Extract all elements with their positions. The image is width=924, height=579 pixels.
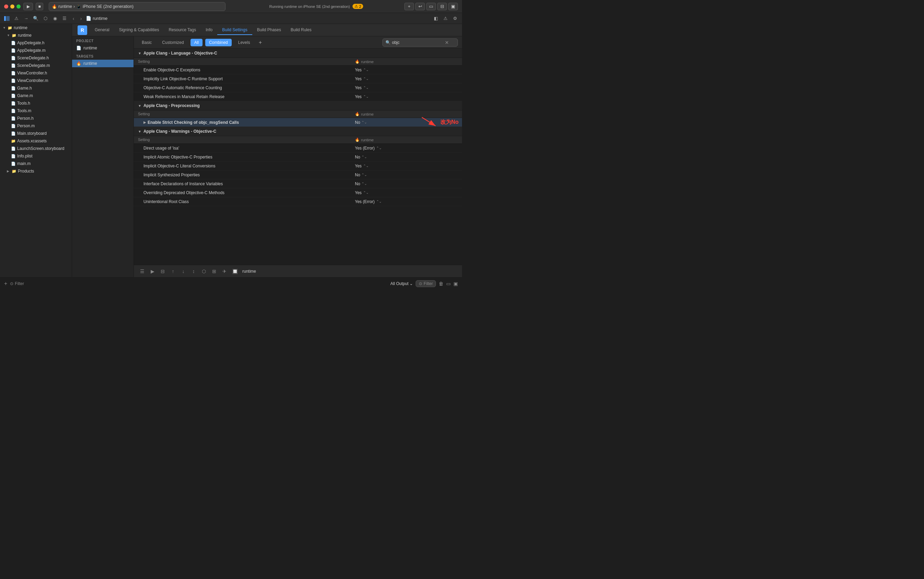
- section-header-language[interactable]: ▼ Apple Clang - Language - Objective-C: [134, 49, 462, 58]
- sidebar-scenedelegate-h[interactable]: 📄 SceneDelegate.h: [0, 54, 72, 62]
- bottom-icon-3[interactable]: ⊟: [159, 267, 167, 275]
- disclosure-icon: ▶: [7, 169, 10, 173]
- stepper-icon[interactable]: ⌃⌄: [361, 120, 367, 124]
- sidebar-item-label: AppDelegate.m: [17, 48, 46, 53]
- stepper-icon[interactable]: ⌃⌄: [363, 164, 369, 168]
- sidebar-viewcontroller-h[interactable]: 📄 ViewController.h: [0, 69, 72, 77]
- sidebar-main-m[interactable]: 📄 main.m: [0, 160, 72, 167]
- issues-icon[interactable]: ⚠: [12, 15, 21, 23]
- stepper-icon[interactable]: ⌃⌄: [363, 95, 369, 98]
- stepper-icon[interactable]: ⌃⌄: [363, 77, 369, 80]
- col-setting-label: Setting: [138, 112, 355, 116]
- sidebar-person-h[interactable]: 📄 Person.h: [0, 114, 72, 122]
- sidebar-scenedelegate-m[interactable]: 📄 SceneDelegate.m: [0, 62, 72, 69]
- levels-filter-btn[interactable]: Levels: [234, 39, 254, 46]
- tab-build-phases[interactable]: Build Phases: [252, 25, 286, 35]
- target-item-runtime[interactable]: 🔥 runtime: [72, 60, 134, 67]
- section-header-warnings[interactable]: ▼ Apple Clang - Warnings - Objective-C: [134, 127, 462, 136]
- warning-badge[interactable]: ⚠ 2: [352, 4, 363, 9]
- sidebar-tools-h[interactable]: 📄 Tools.h: [0, 100, 72, 107]
- sidebar-assets[interactable]: 📁 Assets.xcassets: [0, 137, 72, 145]
- search-input[interactable]: [392, 40, 444, 45]
- close-button[interactable]: [4, 5, 8, 8]
- sidebar-viewcontroller-m[interactable]: 📄 ViewController.m: [0, 77, 72, 84]
- sidebar-root-runtime[interactable]: ▼ 📁 runtime: [0, 24, 72, 31]
- stepper-icon[interactable]: ⌃⌄: [361, 182, 367, 186]
- settings-icon[interactable]: ⚙: [451, 15, 459, 23]
- search-icon[interactable]: 🔍: [31, 15, 40, 23]
- stepper-icon[interactable]: ⌃⌄: [363, 86, 369, 90]
- tab-resource-tags[interactable]: Resource Tags: [164, 25, 201, 35]
- sidebar-launch-storyboard[interactable]: 📄 LaunchScreen.storyboard: [0, 145, 72, 152]
- inspector-toggle-icon[interactable]: ◧: [432, 15, 440, 23]
- sidebar-appdelegate-h[interactable]: 📄 AppDelegate.h: [0, 39, 72, 47]
- bottom-icon-10[interactable]: 🔲: [231, 267, 239, 275]
- combined-filter-btn[interactable]: Combined: [205, 39, 232, 46]
- run-button[interactable]: ▶: [23, 3, 33, 10]
- main-layout: ▼ 📁 runtime ▼ 📁 runtime 📄 AppDelegate.h …: [0, 24, 462, 277]
- filter-output-btn[interactable]: ⊙ Filter: [10, 281, 24, 286]
- bottom-icon-5[interactable]: ↓: [179, 267, 187, 275]
- bottom-icon-8[interactable]: ⊞: [210, 267, 218, 275]
- debug-icon[interactable]: ◉: [51, 15, 59, 23]
- sidebar-game-m[interactable]: 📄 Game.m: [0, 92, 72, 100]
- sidebar-products[interactable]: ▶ 📁 Products: [0, 167, 72, 175]
- layout-single-button[interactable]: ▭: [426, 3, 436, 10]
- bottom-icon-7[interactable]: ⬡: [200, 267, 208, 275]
- bottom-icon-6[interactable]: ↕: [190, 267, 198, 275]
- filter-right-box[interactable]: ⊙ Filter: [416, 280, 436, 287]
- source-file-icon: 📄: [11, 64, 16, 68]
- stepper-icon[interactable]: ⌃⌄: [361, 155, 367, 159]
- sidebar-appdelegate-m[interactable]: 📄 AppDelegate.m: [0, 47, 72, 54]
- tab-signing[interactable]: Signing & Capabilities: [114, 25, 164, 35]
- layout-split-button[interactable]: ⊟: [437, 3, 447, 10]
- bottom-icon-9[interactable]: ✈: [220, 267, 229, 275]
- stepper-icon[interactable]: ⌃⌄: [376, 146, 382, 150]
- bottom-icon-2[interactable]: ▶: [148, 267, 157, 275]
- value-text: Yes: [355, 190, 362, 195]
- stepper-icon[interactable]: ⌃⌄: [376, 200, 382, 203]
- value-text: Yes: [355, 67, 362, 72]
- minimize-button[interactable]: [10, 5, 15, 8]
- sidebar-toggle-icon[interactable]: [3, 15, 11, 23]
- nav-forward-arrow[interactable]: ›: [77, 15, 84, 22]
- layout-icon-1[interactable]: ▭: [446, 281, 451, 286]
- trash-icon[interactable]: 🗑: [439, 281, 444, 286]
- bottom-icon-4[interactable]: ↑: [169, 267, 177, 275]
- sidebar-tools-m[interactable]: 📄 Tools.m: [0, 107, 72, 114]
- tab-build-settings[interactable]: Build Settings: [217, 25, 252, 35]
- basic-filter-btn[interactable]: Basic: [138, 39, 156, 46]
- stepper-icon[interactable]: ⌃⌄: [363, 191, 369, 195]
- scm-icon[interactable]: ⬡: [41, 15, 49, 23]
- customized-filter-btn[interactable]: Customized: [158, 39, 187, 46]
- section-header-preprocessing[interactable]: ▼ Apple Clang - Preprocessing: [134, 101, 462, 110]
- sidebar-infoplist[interactable]: 📄 Info.plist: [0, 152, 72, 160]
- stop-button[interactable]: ■: [36, 3, 43, 10]
- bottom-icon-1[interactable]: ☰: [138, 267, 146, 275]
- add-editor-button[interactable]: +: [404, 3, 414, 10]
- stepper-icon[interactable]: ⌃⌄: [363, 68, 369, 72]
- project-item-runtime[interactable]: 📄 runtime: [72, 44, 134, 52]
- sidebar-main-storyboard[interactable]: 📄 Main.storyboard: [0, 130, 72, 137]
- all-filter-btn[interactable]: All: [190, 39, 203, 46]
- layout-stacked-button[interactable]: ▣: [448, 3, 458, 10]
- stepper-icon[interactable]: ⌃⌄: [361, 173, 367, 177]
- layout-icon-2[interactable]: ▣: [454, 281, 458, 286]
- file-icon: 📄: [86, 16, 91, 21]
- table-row: Overriding Deprecated Objective-C Method…: [134, 188, 462, 197]
- sidebar-runtime-folder[interactable]: ▼ 📁 runtime: [0, 31, 72, 39]
- navigate-back-button[interactable]: ↩: [415, 3, 425, 10]
- tab-general[interactable]: General: [90, 25, 114, 35]
- sidebar-person-m[interactable]: 📄 Person.m: [0, 122, 72, 130]
- maximize-button[interactable]: [16, 5, 21, 8]
- add-output-btn[interactable]: +: [4, 281, 7, 287]
- add-setting-btn[interactable]: +: [256, 39, 264, 46]
- report-icon[interactable]: ☰: [61, 15, 69, 23]
- nav-back-arrow[interactable]: ‹: [70, 15, 77, 22]
- breakpoints-icon[interactable]: →: [22, 15, 30, 23]
- header-file-icon: 📄: [11, 41, 16, 45]
- tab-info[interactable]: Info: [201, 25, 217, 35]
- search-clear-btn[interactable]: ✕: [445, 40, 449, 45]
- tab-build-rules[interactable]: Build Rules: [286, 25, 316, 35]
- sidebar-game-h[interactable]: 📄 Game.h: [0, 84, 72, 92]
